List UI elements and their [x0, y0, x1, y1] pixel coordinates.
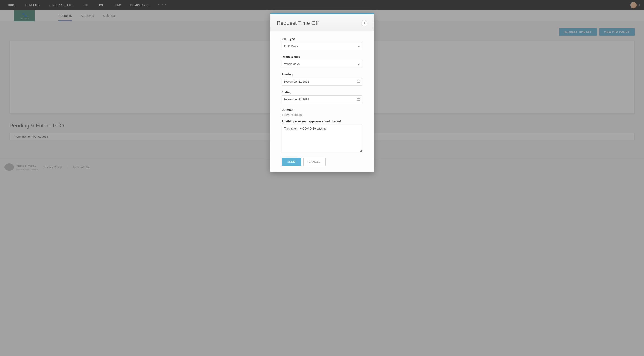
duration-label: Duration [282, 108, 362, 112]
duration-value: 1 days (8 hours) [282, 113, 362, 117]
take-select[interactable]: Whole days [282, 60, 362, 68]
ending-date-input[interactable] [282, 95, 362, 103]
duration-field: Duration 1 days (8 hours) [282, 108, 362, 117]
pto-type-label: PTO Type [282, 37, 362, 41]
notes-label: Anything else your approver should know? [282, 120, 362, 123]
starting-date-input[interactable] [282, 78, 362, 86]
starting-label: Starting [282, 73, 362, 76]
modal-title: Request Time Off [276, 20, 318, 26]
modal-actions: SEND CANCEL [282, 158, 362, 166]
modal-overlay[interactable]: Request Time Off X PTO Type PTO Days ⌄ I… [0, 0, 644, 176]
calendar-icon[interactable] [356, 97, 360, 102]
close-icon[interactable]: X [361, 20, 368, 26]
modal-body: PTO Type PTO Days ⌄ I want to take Whole… [270, 31, 374, 172]
calendar-icon[interactable] [356, 79, 360, 84]
modal-header: Request Time Off X [270, 14, 374, 31]
ending-field: Ending [282, 90, 362, 103]
starting-field: Starting [282, 73, 362, 86]
svg-rect-1 [357, 98, 360, 100]
pto-type-field: PTO Type PTO Days ⌄ [282, 37, 362, 50]
notes-field: Anything else your approver should know?… [282, 120, 362, 153]
notes-textarea[interactable]: This is for my COVID-19 vaccine. [282, 125, 362, 152]
take-field: I want to take Whole days ⌄ [282, 55, 362, 68]
request-time-off-modal: Request Time Off X PTO Type PTO Days ⌄ I… [270, 13, 374, 172]
cancel-button[interactable]: CANCEL [303, 158, 326, 166]
pto-type-select[interactable]: PTO Days [282, 42, 362, 50]
ending-label: Ending [282, 90, 362, 94]
send-button[interactable]: SEND [282, 158, 301, 166]
svg-rect-0 [357, 80, 360, 83]
take-label: I want to take [282, 55, 362, 58]
